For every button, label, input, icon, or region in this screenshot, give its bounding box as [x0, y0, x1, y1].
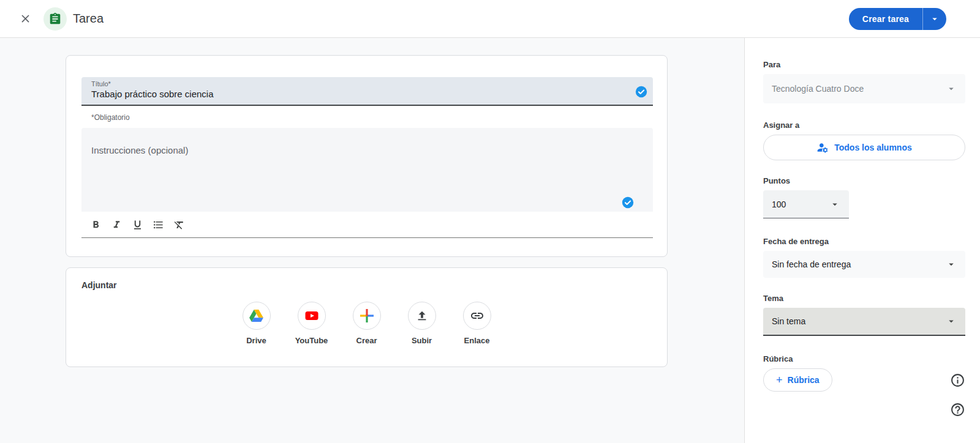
required-note: *Obligatorio	[91, 113, 130, 122]
check-circle-icon	[635, 85, 648, 99]
attachments-section-label: Adjuntar	[81, 280, 117, 290]
bold-icon	[90, 219, 102, 231]
dropdown-arrow-icon	[946, 83, 957, 94]
assignment-icon	[48, 12, 62, 26]
points-select-value: 100	[772, 199, 786, 209]
settings-sidebar: Para Tecnología Cuatro Doce Asignar a To…	[744, 38, 980, 443]
create-task-split-button: Crear tarea	[849, 8, 946, 30]
class-select[interactable]: Tecnología Cuatro Doce	[763, 74, 965, 103]
topic-select[interactable]: Sin tema	[763, 308, 965, 336]
topic-select-value: Sin tema	[772, 316, 805, 326]
attach-link-button[interactable]: Enlace	[458, 302, 497, 345]
clear-formatting-icon	[173, 219, 185, 231]
add-rubric-button[interactable]: + Rúbrica	[763, 368, 832, 392]
header: Tarea Crear tarea	[0, 0, 980, 38]
title-field-label: Título*	[91, 80, 643, 87]
rubric-row: + Rúbrica	[763, 368, 965, 392]
para-label: Para	[763, 60, 965, 69]
rubric-label: Rúbrica	[763, 354, 965, 363]
add-rubric-button-label: Rúbrica	[788, 375, 820, 385]
assignment-badge	[43, 7, 67, 31]
points-select[interactable]: 100	[763, 190, 849, 218]
youtube-icon	[298, 302, 326, 330]
main-area: Título* Trabajo práctico sobre ciencia *…	[0, 38, 744, 443]
drive-icon	[243, 302, 271, 330]
close-icon	[19, 12, 32, 25]
bulleted-list-icon	[153, 219, 164, 231]
page-title: Tarea	[73, 12, 104, 26]
dropdown-arrow-icon	[946, 259, 957, 270]
points-label: Puntos	[763, 176, 965, 185]
bulleted-list-button[interactable]	[149, 216, 167, 234]
help-row	[763, 401, 965, 417]
due-date-select[interactable]: Sin fecha de entrega	[763, 251, 965, 278]
dropdown-arrow-icon	[829, 199, 840, 210]
attachments-card: Adjuntar Drive	[66, 267, 668, 367]
help-icon	[950, 402, 965, 417]
topic-label: Tema	[763, 294, 965, 303]
info-button[interactable]	[949, 372, 965, 388]
help-button[interactable]	[949, 401, 965, 417]
check-circle-icon	[621, 196, 635, 209]
attach-youtube-button[interactable]: YouTube	[292, 302, 331, 345]
attach-upload-button[interactable]: Subir	[402, 302, 442, 345]
due-date-select-value: Sin fecha de entrega	[772, 259, 851, 269]
instructions-placeholder[interactable]: Instrucciones (opcional)	[81, 128, 653, 212]
dropdown-arrow-icon	[929, 13, 940, 24]
attachment-options-row: Drive YouTube	[66, 302, 667, 345]
assign-label: Asignar a	[763, 121, 965, 130]
underline-button[interactable]	[128, 216, 146, 234]
link-icon	[463, 302, 491, 330]
underline-icon	[132, 219, 143, 231]
format-toolbar	[81, 212, 653, 238]
attach-create-button[interactable]: Crear	[347, 302, 386, 345]
create-icon	[353, 302, 381, 330]
italic-button[interactable]	[107, 216, 126, 234]
title-field-value[interactable]: Trabajo práctico sobre ciencia	[91, 89, 643, 99]
manage-accounts-icon	[816, 141, 829, 154]
attach-drive-button[interactable]: Drive	[237, 302, 276, 345]
italic-icon	[111, 219, 123, 231]
clear-formatting-button[interactable]	[170, 216, 188, 234]
close-button[interactable]	[15, 9, 35, 29]
create-task-button[interactable]: Crear tarea	[849, 8, 922, 30]
dropdown-arrow-icon	[946, 316, 957, 327]
bold-button[interactable]	[86, 216, 105, 234]
class-select-value: Tecnología Cuatro Doce	[772, 84, 864, 94]
assign-to-button[interactable]: Todos los alumnos	[763, 135, 965, 160]
editor-card: Título* Trabajo práctico sobre ciencia *…	[66, 55, 668, 257]
upload-icon	[408, 302, 436, 330]
assign-to-button-label: Todos los alumnos	[834, 143, 912, 152]
info-icon	[950, 373, 965, 388]
due-date-label: Fecha de entrega	[763, 237, 965, 246]
create-task-menu-button[interactable]	[923, 8, 946, 30]
instructions-field[interactable]: Instrucciones (opcional)	[81, 128, 653, 238]
plus-icon: +	[776, 374, 783, 385]
title-field[interactable]: Título* Trabajo práctico sobre ciencia	[81, 77, 653, 106]
